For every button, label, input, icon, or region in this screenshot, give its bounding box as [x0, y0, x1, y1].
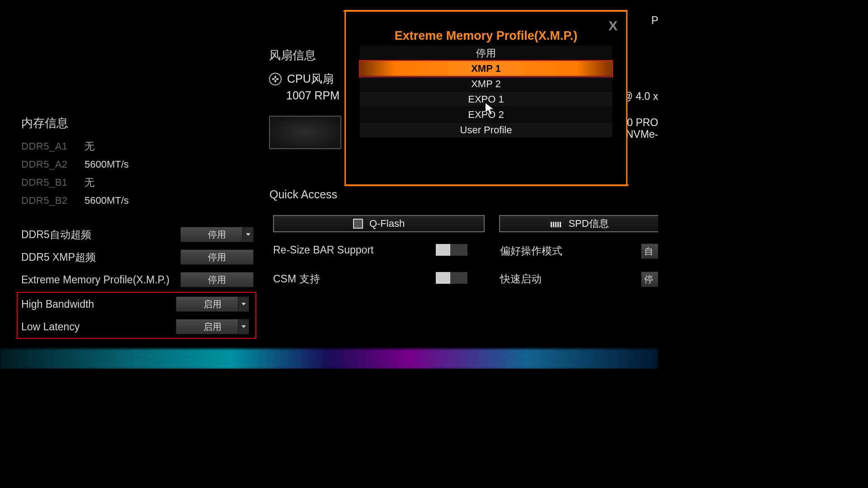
- resize-bar-row: Re-Size BAR Support: [273, 244, 373, 256]
- button-label: SPD信息: [568, 217, 609, 230]
- slot-name: DDR5_A2: [21, 159, 85, 170]
- dropdown-value: 自: [644, 245, 653, 258]
- slot-name: DDR5_B2: [21, 195, 85, 206]
- button-value: 停用: [208, 274, 226, 286]
- setting-xmp-oc: DDR5 XMP超频 停用: [21, 246, 256, 268]
- setting-label: Re-Size BAR Support: [273, 244, 373, 256]
- setting-label: DDR5自动超频: [21, 228, 91, 242]
- chip-icon: [353, 219, 363, 229]
- setting-label: CSM 支持: [273, 272, 320, 286]
- xmp-profile-button[interactable]: 停用: [180, 272, 254, 287]
- setting-xmp-profile: Extreme Memory Profile(X.M.P.) 停用: [21, 268, 256, 291]
- toggle-knob: [436, 244, 450, 256]
- slot-value: 5600MT/s: [85, 195, 129, 206]
- xmp-option-user[interactable]: User Profile: [360, 122, 612, 138]
- low-latency-dropdown[interactable]: 启用: [176, 319, 249, 334]
- memory-icon: [549, 220, 562, 227]
- op-mode-dropdown[interactable]: 自: [641, 244, 658, 259]
- resize-bar-toggle[interactable]: [436, 244, 467, 256]
- slot-value: 无: [85, 140, 94, 153]
- xmp-option-disabled[interactable]: 停用: [360, 46, 612, 61]
- csm-row: CSM 支持: [273, 272, 320, 286]
- chevron-down-icon: [242, 227, 253, 242]
- setting-label: DDR5 XMP超频: [21, 250, 96, 264]
- op-mode-row: 偏好操作模式: [500, 244, 562, 258]
- dropdown-value: 停: [644, 273, 653, 286]
- memory-panel: 内存信息 DDR5_A1 无 DDR5_A2 5600MT/s DDR5_B1 …: [21, 115, 256, 339]
- close-icon: X: [609, 18, 618, 33]
- cropped-text: P: [651, 14, 658, 27]
- popup-title: Extreme Memory Profile(X.M.P.): [344, 29, 627, 43]
- memory-slot-row: DDR5_A1 无: [21, 137, 256, 155]
- memory-slot-row: DDR5_A2 5600MT/s: [21, 155, 256, 174]
- dropdown-value: 停用: [208, 229, 226, 241]
- close-button[interactable]: X: [609, 18, 618, 33]
- setting-label: Extreme Memory Profile(X.M.P.): [21, 274, 170, 286]
- chevron-down-icon: [238, 297, 249, 311]
- fast-boot-row: 快速启动: [500, 272, 542, 286]
- button-value: 停用: [208, 251, 226, 263]
- setting-auto-oc: DDR5自动超频 停用: [21, 223, 256, 246]
- slot-name: DDR5_A1: [21, 141, 85, 152]
- dropdown-value: 启用: [203, 321, 222, 333]
- xmp-option-xmp1[interactable]: XMP 1: [360, 61, 612, 76]
- setting-label: 快速启动: [500, 272, 542, 286]
- chevron-down-icon: [238, 319, 249, 334]
- setting-high-bandwidth: High Bandwidth 启用: [21, 293, 252, 315]
- xmp-profile-popup: X Extreme Memory Profile(X.M.P.) 停用 XMP …: [344, 10, 627, 186]
- toggle-knob: [436, 272, 450, 284]
- quick-access-title: Quick Access: [269, 188, 337, 201]
- cropped-text: NVMe-: [626, 128, 658, 141]
- csm-toggle[interactable]: [436, 272, 467, 284]
- setting-label: Low Latency: [21, 321, 80, 333]
- auto-oc-dropdown[interactable]: 停用: [180, 227, 254, 242]
- highlighted-settings-group: High Bandwidth 启用 Low Latency 启用: [17, 292, 256, 339]
- spd-button[interactable]: SPD信息: [499, 215, 658, 232]
- blurred-panel: [269, 116, 341, 149]
- dropdown-value: 启用: [203, 298, 222, 310]
- fan-name: CPU风扇: [287, 71, 334, 86]
- cropped-text: @ 4.0 x: [622, 90, 658, 103]
- setting-label: 偏好操作模式: [500, 244, 562, 258]
- memory-slot-row: DDR5_B2 5600MT/s: [21, 192, 256, 210]
- memory-title: 内存信息: [21, 115, 256, 131]
- slot-value: 5600MT/s: [85, 159, 129, 170]
- qflash-button[interactable]: Q-Flash: [273, 215, 485, 232]
- fan-icon: [269, 73, 282, 85]
- xmp-option-xmp2[interactable]: XMP 2: [360, 76, 612, 92]
- button-label: Q-Flash: [369, 218, 405, 230]
- slot-value: 无: [85, 176, 94, 189]
- option-list: 停用 XMP 1 XMP 2 EXPO 1 EXPO 2 User Profil…: [360, 46, 612, 138]
- setting-label: High Bandwidth: [21, 298, 94, 310]
- setting-low-latency: Low Latency 启用: [21, 315, 252, 338]
- memory-slot-row: DDR5_B1 无: [21, 174, 256, 192]
- xmp-oc-button[interactable]: 停用: [180, 249, 254, 265]
- fast-boot-dropdown[interactable]: 停: [641, 272, 658, 287]
- bottom-accent-bar: [0, 349, 658, 369]
- slot-name: DDR5_B1: [21, 177, 85, 188]
- high-bandwidth-dropdown[interactable]: 启用: [176, 296, 249, 312]
